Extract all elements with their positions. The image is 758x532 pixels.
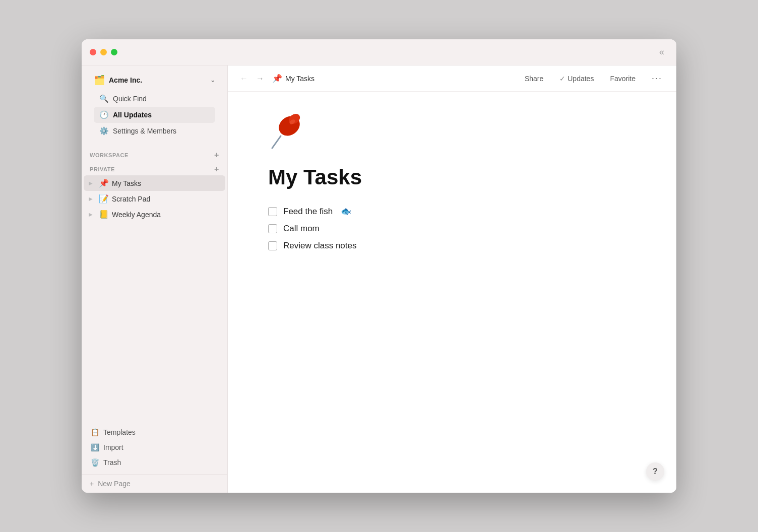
- sidebar-bottom-nav: 📋 Templates ⬇️ Import 🗑️ Trash: [82, 421, 227, 474]
- favorite-label: Favorite: [610, 75, 636, 83]
- updates-button[interactable]: ✓ Updates: [555, 73, 598, 85]
- titlebar: «: [82, 39, 676, 65]
- back-button[interactable]: ←: [238, 72, 250, 85]
- workspace-name[interactable]: 🗂️ Acme Inc. ⌄: [90, 72, 219, 89]
- all-updates-label: All Updates: [113, 111, 152, 119]
- gear-icon: ⚙️: [99, 126, 109, 136]
- task-checkbox-2[interactable]: [268, 224, 277, 233]
- templates-icon: 📋: [91, 428, 99, 436]
- close-button[interactable]: [90, 49, 96, 55]
- sidebar-nav: 🔍 Quick Find 🕐 All Updates ⚙️ Settings &…: [90, 89, 219, 141]
- task-list: Feed the fish 🐟 Call mom Review class no…: [268, 206, 636, 251]
- check-icon: ✓: [559, 75, 565, 83]
- page-item-weekly-agenda[interactable]: ▶ 📒 Weekly Agenda: [84, 207, 225, 222]
- new-page-plus-icon: +: [90, 480, 94, 488]
- workspace-label: Acme Inc.: [109, 76, 142, 84]
- sidebar-item-templates[interactable]: 📋 Templates: [86, 425, 223, 440]
- workspace-section-label: WORKSPACE: [90, 152, 129, 158]
- navigation-arrows: ← →: [238, 72, 266, 85]
- traffic-lights: [90, 49, 117, 55]
- workspace-add-button[interactable]: +: [214, 151, 219, 159]
- quick-find-label: Quick Find: [113, 95, 147, 103]
- content-header: ← → 📌 My Tasks Share ✓ Updates: [228, 65, 676, 92]
- page-content: My Tasks Feed the fish 🐟 Call mom: [228, 92, 676, 493]
- weekly-agenda-page-label: Weekly Agenda: [112, 211, 161, 219]
- import-label: Import: [103, 443, 123, 451]
- sidebar-item-trash[interactable]: 🗑️ Trash: [86, 455, 223, 470]
- task-checkbox-1[interactable]: [268, 207, 277, 216]
- private-section-label: PRIVATE: [90, 166, 115, 172]
- trash-icon: 🗑️: [91, 458, 99, 467]
- favorite-button[interactable]: Favorite: [606, 73, 640, 85]
- sidebar: 🗂️ Acme Inc. ⌄ 🔍 Quick Find 🕐 All Update…: [82, 65, 228, 493]
- task-checkbox-3[interactable]: [268, 241, 277, 250]
- scratch-pad-page-label: Scratch Pad: [112, 195, 150, 203]
- templates-label: Templates: [103, 428, 136, 436]
- maximize-button[interactable]: [111, 49, 117, 55]
- task-item-review-class-notes: Review class notes: [268, 241, 636, 251]
- expand-arrow-icon-3: ▶: [89, 212, 96, 217]
- workspace-chevron-icon: ⌄: [210, 77, 215, 84]
- page-item-scratch-pad[interactable]: ▶ 📝 Scratch Pad: [84, 191, 225, 207]
- sidebar-item-quick-find[interactable]: 🔍 Quick Find: [94, 91, 215, 107]
- header-actions: Share ✓ Updates Favorite ···: [521, 71, 666, 86]
- page-hero-icon: [268, 112, 308, 155]
- content-area: ← → 📌 My Tasks Share ✓ Updates: [228, 65, 676, 493]
- pages-list: ▶ 📌 My Tasks ▶ 📝 Scratch Pad ▶ 📒 Weekly …: [82, 175, 227, 222]
- task-emoji-1: 🐟: [341, 206, 351, 217]
- my-tasks-page-icon: 📌: [99, 178, 109, 188]
- expand-arrow-icon: ▶: [89, 180, 96, 186]
- sidebar-item-settings[interactable]: ⚙️ Settings & Members: [94, 123, 215, 139]
- import-icon: ⬇️: [91, 443, 99, 451]
- settings-label: Settings & Members: [113, 127, 176, 135]
- task-item-call-mom: Call mom: [268, 224, 636, 234]
- new-page-button[interactable]: + New Page: [82, 474, 227, 493]
- workspace-icon: 🗂️: [94, 75, 105, 86]
- share-button[interactable]: Share: [521, 73, 547, 85]
- workspace-section-header: WORKSPACE +: [82, 147, 227, 161]
- breadcrumb-page-title: My Tasks: [285, 75, 314, 83]
- page-item-my-tasks[interactable]: ▶ 📌 My Tasks: [84, 175, 225, 191]
- breadcrumb: 📌 My Tasks: [272, 74, 314, 83]
- scratch-pad-page-icon: 📝: [99, 194, 109, 204]
- forward-button[interactable]: →: [254, 72, 266, 85]
- breadcrumb-page-icon: 📌: [272, 74, 282, 83]
- clock-icon: 🕐: [99, 110, 109, 119]
- task-item-feed-the-fish: Feed the fish 🐟: [268, 206, 636, 217]
- task-text-1: Feed the fish: [283, 207, 333, 217]
- svg-line-2: [272, 136, 281, 148]
- expand-arrow-icon-2: ▶: [89, 196, 96, 202]
- task-text-3: Review class notes: [283, 241, 357, 251]
- private-add-button[interactable]: +: [214, 165, 219, 173]
- new-page-label: New Page: [98, 480, 131, 488]
- search-icon: 🔍: [99, 94, 109, 103]
- minimize-button[interactable]: [100, 49, 107, 55]
- task-text-2: Call mom: [283, 224, 320, 234]
- private-section-header: PRIVATE +: [82, 161, 227, 175]
- my-tasks-page-label: My Tasks: [112, 179, 141, 187]
- trash-label: Trash: [103, 458, 121, 467]
- sidebar-item-all-updates[interactable]: 🕐 All Updates: [94, 107, 215, 123]
- more-options-button[interactable]: ···: [648, 71, 666, 86]
- weekly-agenda-page-icon: 📒: [99, 210, 109, 219]
- collapse-sidebar-button[interactable]: «: [659, 47, 664, 57]
- sidebar-item-import[interactable]: ⬇️ Import: [86, 440, 223, 455]
- updates-label: Updates: [567, 75, 594, 83]
- share-label: Share: [525, 75, 543, 83]
- help-button[interactable]: ?: [646, 462, 664, 481]
- page-title: My Tasks: [268, 165, 636, 190]
